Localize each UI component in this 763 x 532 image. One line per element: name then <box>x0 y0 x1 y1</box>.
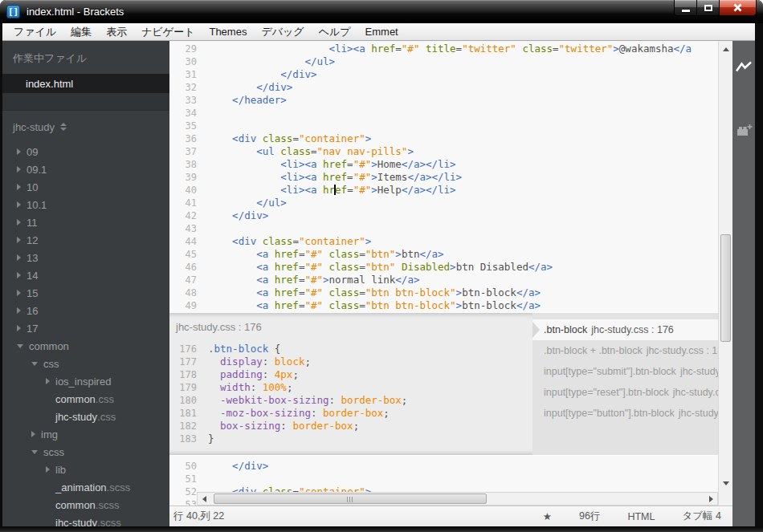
menu-item-Themes[interactable]: Themes <box>202 23 254 40</box>
css-rule-item[interactable]: input[type="reset"].btn-blockjhc-study.c… <box>532 382 718 403</box>
close-button[interactable] <box>720 0 757 16</box>
code-line-49[interactable]: 49 <a href="#" class="btn btn-block">btn… <box>169 299 718 312</box>
extension-manager-icon[interactable] <box>735 124 753 138</box>
code-line-37[interactable]: 37 <ul class="nav nav-pills"> <box>169 145 718 158</box>
horizontal-scrollbar[interactable] <box>197 492 718 506</box>
menu-item-ファイル[interactable]: ファイル <box>6 23 63 40</box>
tree-item-lib[interactable]: lib <box>2 461 169 478</box>
code-line-43[interactable]: 43 <box>169 222 718 235</box>
tree-item-common[interactable]: common <box>2 337 169 355</box>
star-icon[interactable]: ★ <box>543 510 552 522</box>
expand-arrow-icon[interactable] <box>17 148 21 155</box>
working-file-index-html[interactable]: index.html <box>2 74 169 93</box>
expand-arrow-icon[interactable] <box>17 307 21 314</box>
expand-arrow-icon[interactable] <box>17 201 21 208</box>
vertical-scrollbar[interactable] <box>718 41 732 506</box>
collapse-arrow-icon[interactable] <box>31 362 38 366</box>
menu-item-編集[interactable]: 編集 <box>63 23 99 40</box>
css-rule-item[interactable]: input[type="submit"].btn-blockjhc-study. <box>532 361 718 382</box>
menu-item-ナビゲート[interactable]: ナビゲート <box>134 23 202 40</box>
tree-item-12[interactable]: 12 <box>2 231 169 249</box>
tree-item-13[interactable]: 13 <box>2 249 169 266</box>
horizontal-scroll-thumb[interactable] <box>214 493 487 504</box>
css-rule-item[interactable]: .btn-block + .btn-blockjhc-study.css : 1… <box>532 340 718 361</box>
code-line-182[interactable]: 182 box-sizing: border-box; <box>169 420 532 433</box>
live-preview-icon[interactable] <box>735 60 753 74</box>
code-line-30[interactable]: 30 </ul> <box>169 55 718 68</box>
code-line-40[interactable]: 40 <li><a href="#">Help</a></li> <box>169 184 718 197</box>
tab-width-setting[interactable]: タブ幅 4 <box>682 510 721 523</box>
code-line-44[interactable]: 44 <div class="container"> <box>169 235 718 248</box>
tree-item-css[interactable]: css <box>2 355 169 372</box>
tree-item-jhc-study.scss[interactable]: jhc-study.scss <box>2 514 169 526</box>
css-rule-item[interactable]: input[type="button"].btn-blockjhc-study. <box>532 403 718 424</box>
tree-item-16[interactable]: 16 <box>2 302 169 319</box>
tree-item-jhc-study.css[interactable]: jhc-study.css <box>2 408 169 425</box>
expand-arrow-icon[interactable] <box>17 290 21 296</box>
code-line-36[interactable]: 36 <div class="container"> <box>169 132 718 145</box>
expand-arrow-icon[interactable] <box>17 325 21 331</box>
collapse-arrow-icon[interactable] <box>17 344 23 348</box>
tree-item-09[interactable]: 09 <box>2 143 169 160</box>
expand-arrow-icon[interactable] <box>17 254 21 261</box>
code-line-183[interactable]: 183} <box>169 433 532 445</box>
expand-arrow-icon[interactable] <box>17 166 21 173</box>
inline-css-pane[interactable]: 176.btn-block {177 display: block;178 pa… <box>169 343 532 445</box>
code-line-31[interactable]: 31 </div> <box>169 68 718 81</box>
css-rule-item[interactable]: .btn-blockjhc-study.css : 176 <box>532 319 718 340</box>
code-line-178[interactable]: 178 padding: 4px; <box>169 368 532 381</box>
tree-item-17[interactable]: 17 <box>2 319 169 337</box>
menu-item-表示[interactable]: 表示 <box>99 23 134 40</box>
tree-item-img[interactable]: img <box>2 425 169 443</box>
menu-item-Emmet[interactable]: Emmet <box>358 23 406 40</box>
code-line-39[interactable]: 39 <li><a href="#">Items</a></li> <box>169 171 718 184</box>
collapse-arrow-icon[interactable] <box>31 450 38 454</box>
tree-item-15[interactable]: 15 <box>2 284 169 302</box>
expand-arrow-icon[interactable] <box>17 219 21 225</box>
code-line-29[interactable]: 29 <li><a href="#" title="twitter" class… <box>169 43 718 55</box>
tree-item-11[interactable]: 11 <box>2 213 169 231</box>
tree-item-common.scss[interactable]: common.scss <box>2 496 169 514</box>
tree-item-14[interactable]: 14 <box>2 266 169 284</box>
expand-arrow-icon[interactable] <box>17 184 21 190</box>
code-editor[interactable]: 29 <li><a href="#" title="twitter" class… <box>169 41 718 506</box>
maximize-button[interactable] <box>697 0 720 16</box>
code-line-35[interactable]: 35 <box>169 120 718 132</box>
expand-arrow-icon[interactable] <box>17 237 21 243</box>
tree-item-10[interactable]: 10 <box>2 178 169 196</box>
scroll-left-arrow[interactable] <box>198 493 210 505</box>
code-line-176[interactable]: 176.btn-block { <box>169 343 532 355</box>
vertical-scroll-thumb[interactable] <box>720 234 731 342</box>
code-line-42[interactable]: 42 </div> <box>169 209 718 222</box>
code-line-47[interactable]: 47 <a href="#">normal link</a> <box>169 274 718 286</box>
scroll-up-arrow[interactable] <box>719 43 732 55</box>
code-line-51[interactable]: 51 <box>169 473 718 485</box>
tree-item-common.css[interactable]: common.css <box>2 390 169 408</box>
code-line-48[interactable]: 48 <a href="#" class="btn btn-block">btn… <box>169 286 718 299</box>
tree-item-10.1[interactable]: 10.1 <box>2 196 169 213</box>
scroll-right-arrow[interactable] <box>704 493 717 505</box>
code-line-50[interactable]: 50 </div> <box>169 460 718 473</box>
code-line-181[interactable]: 181 -moz-box-sizing: border-box; <box>169 407 532 420</box>
code-line-46[interactable]: 46 <a href="#" class="btn" Disabled>btn … <box>169 261 718 274</box>
code-line-45[interactable]: 45 <a href="#" class="btn">btn</a> <box>169 248 718 261</box>
project-dropdown[interactable]: jhc-study <box>2 111 169 143</box>
title-bar[interactable]: [] index.html - Brackets <box>0 0 763 23</box>
expand-arrow-icon[interactable] <box>17 272 21 278</box>
expand-arrow-icon[interactable] <box>46 466 50 473</box>
tree-item-ios_inspired[interactable]: ios_inspired <box>2 372 169 390</box>
code-line-34[interactable]: 34 <box>169 107 718 120</box>
editor-pane-top[interactable]: 29 <li><a href="#" title="twitter" class… <box>169 41 718 312</box>
expand-arrow-icon[interactable] <box>31 431 35 437</box>
scroll-down-arrow[interactable] <box>719 477 732 489</box>
minimize-button[interactable] <box>674 0 697 16</box>
code-line-32[interactable]: 32 </div> <box>169 81 718 94</box>
code-line-179[interactable]: 179 width: 100%; <box>169 381 532 394</box>
tree-item-09.1[interactable]: 09.1 <box>2 160 169 178</box>
code-line-38[interactable]: 38 <li><a href="#">Home</a></li> <box>169 158 718 171</box>
menu-item-デバッグ[interactable]: デバッグ <box>254 23 311 40</box>
code-line-180[interactable]: 180 -webkit-box-sizing: border-box; <box>169 394 532 407</box>
language-mode[interactable]: HTML <box>627 511 655 522</box>
code-line-41[interactable]: 41 </ul> <box>169 197 718 209</box>
tree-item-scss[interactable]: scss <box>2 443 169 461</box>
